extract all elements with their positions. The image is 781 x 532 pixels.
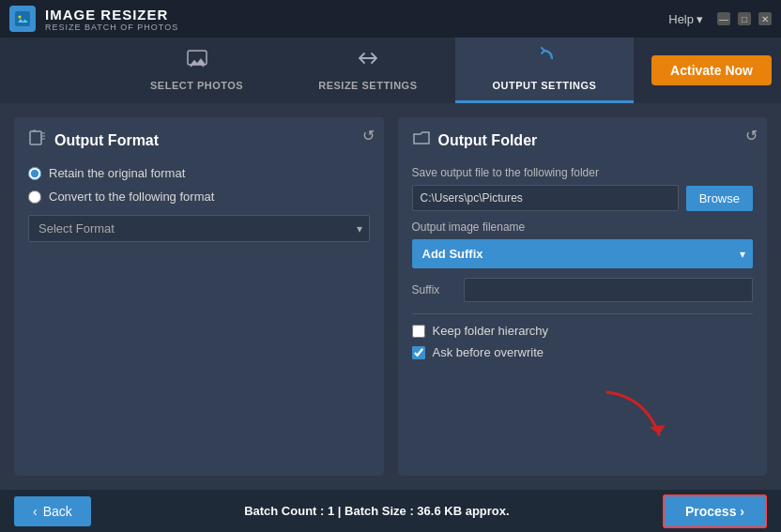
retain-original-radio[interactable]: Retain the original format: [28, 166, 370, 180]
tab-resize-settings[interactable]: RESIZE SETTINGS: [281, 38, 454, 103]
svg-rect-0: [15, 11, 30, 26]
ask-before-overwrite-input[interactable]: [412, 346, 425, 359]
format-select[interactable]: Select Format: [28, 215, 370, 242]
divider: [412, 313, 754, 314]
tab-resize-settings-label: RESIZE SETTINGS: [318, 80, 417, 91]
output-folder-header: Output Folder: [412, 129, 754, 152]
format-reset-button[interactable]: ↺: [362, 127, 375, 144]
process-button[interactable]: Process ›: [663, 494, 767, 528]
app-title-text: IMAGE RESIZER RESIZE BATCH OF PHOTOS: [45, 7, 178, 32]
suffix-input[interactable]: [464, 278, 754, 302]
output-folder-panel: Output Folder ↺ Save output file to the …: [398, 117, 768, 476]
nav-tabs: SELECT PHOTOS RESIZE SETTINGS OUTPUT SET…: [0, 38, 781, 103]
output-folder-title: Output Folder: [438, 132, 538, 149]
arrow-overlay: [598, 388, 673, 448]
app-icon: [9, 6, 36, 32]
help-button[interactable]: Help ▾: [668, 12, 703, 26]
ask-before-overwrite-checkbox[interactable]: Ask before overwrite: [412, 345, 754, 359]
output-format-header: Output Format: [28, 129, 370, 152]
window-controls: — □ ✕: [717, 12, 772, 25]
output-folder-icon: [412, 129, 431, 152]
format-radio-group: Retain the original format Convert to th…: [28, 166, 370, 204]
resize-settings-icon: [357, 47, 379, 75]
save-folder-label: Save output file to the following folder: [412, 166, 754, 179]
output-format-icon: [28, 129, 47, 152]
tab-output-settings-label: OUTPUT SETTINGS: [493, 80, 597, 91]
app-name: IMAGE RESIZER: [45, 7, 178, 23]
title-bar: IMAGE RESIZER RESIZE BATCH OF PHOTOS Hel…: [0, 0, 781, 38]
convert-format-label: Convert to the following format: [49, 190, 214, 204]
svg-point-1: [19, 16, 22, 19]
output-format-panel: Output Format ↺ Retain the original form…: [14, 117, 384, 476]
output-format-title: Output Format: [54, 132, 159, 149]
folder-path-input[interactable]: [412, 185, 679, 211]
maximize-button[interactable]: □: [738, 12, 751, 25]
svg-rect-3: [30, 131, 41, 144]
tab-select-photos[interactable]: SELECT PHOTOS: [113, 38, 281, 103]
tab-output-settings[interactable]: OUTPUT SETTINGS: [455, 38, 635, 103]
ask-before-overwrite-label: Ask before overwrite: [433, 345, 544, 359]
close-button[interactable]: ✕: [758, 12, 772, 25]
select-photos-icon: [186, 47, 208, 75]
suffix-row: Suffix: [412, 278, 754, 302]
suffix-label: Suffix: [412, 283, 454, 296]
folder-reset-button[interactable]: ↺: [745, 127, 758, 144]
convert-format-radio[interactable]: Convert to the following format: [28, 190, 370, 204]
folder-path-row: Browse: [412, 185, 754, 211]
output-settings-icon: [533, 47, 556, 75]
keep-folder-hierarchy-label: Keep folder hierarchy: [433, 324, 549, 338]
back-icon: ‹: [33, 504, 38, 519]
tab-select-photos-label: SELECT PHOTOS: [150, 80, 243, 91]
title-bar-right: Help ▾ — □ ✕: [668, 12, 772, 26]
app-subtitle: RESIZE BATCH OF PHOTOS: [45, 23, 178, 32]
chevron-down-icon: ▾: [697, 12, 703, 26]
filename-label: Output image filename: [412, 220, 754, 234]
format-select-wrapper: Select Format ▾: [28, 215, 370, 242]
svg-marker-4: [650, 425, 666, 434]
retain-original-label: Retain the original format: [49, 166, 185, 180]
footer: ‹ Back Batch Count : 1 | Batch Size : 36…: [0, 490, 781, 532]
convert-format-radio-input[interactable]: [28, 190, 41, 204]
keep-folder-hierarchy-checkbox[interactable]: Keep folder hierarchy: [412, 324, 754, 338]
retain-original-radio-input[interactable]: [28, 167, 41, 180]
main-content: Output Format ↺ Retain the original form…: [0, 103, 781, 490]
checkbox-group: Keep folder hierarchy Ask before overwri…: [412, 324, 754, 359]
batch-info: Batch Count : 1 | Batch Size : 36.6 KB a…: [244, 504, 509, 518]
back-label: Back: [43, 504, 72, 519]
title-bar-left: IMAGE RESIZER RESIZE BATCH OF PHOTOS: [9, 6, 178, 32]
activate-now-button[interactable]: Activate Now: [651, 55, 772, 85]
browse-button[interactable]: Browse: [686, 186, 753, 211]
filename-select[interactable]: Add Suffix: [412, 239, 754, 268]
minimize-button[interactable]: —: [717, 12, 730, 25]
keep-folder-hierarchy-input[interactable]: [412, 325, 425, 338]
filename-select-wrapper: Add Suffix ▾: [412, 239, 754, 268]
back-button[interactable]: ‹ Back: [14, 496, 91, 526]
